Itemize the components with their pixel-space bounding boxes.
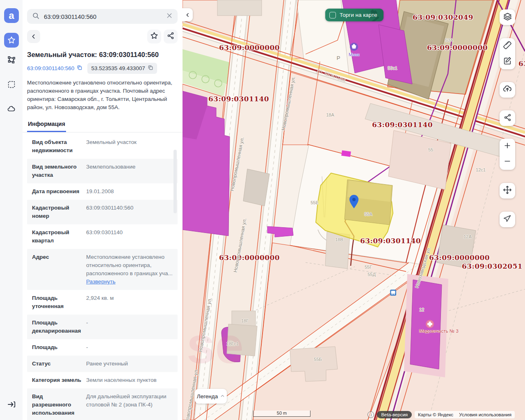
row-label: Кадастровый номер bbox=[32, 204, 86, 220]
search-input[interactable] bbox=[44, 13, 162, 20]
move-icon bbox=[503, 185, 512, 196]
table-row: Категория земельЗемли населенных пунктов bbox=[27, 372, 178, 388]
sidebar-item-polygon[interactable] bbox=[4, 52, 19, 67]
edit-button[interactable] bbox=[500, 54, 515, 69]
share-button[interactable] bbox=[164, 30, 178, 43]
table-row: СтатусРанее учтенный bbox=[27, 356, 178, 372]
row-label: Статус bbox=[32, 360, 86, 368]
terms-link[interactable]: Условия использования bbox=[459, 412, 511, 417]
back-button[interactable] bbox=[27, 30, 40, 43]
info-panel: Земельный участок: 63:09:0301140:560 63:… bbox=[23, 0, 183, 420]
map-base-layer bbox=[183, 0, 525, 420]
table-row: Вид земельного участкаЗемлепользование bbox=[27, 159, 178, 183]
legend-button[interactable]: Легенда bbox=[195, 389, 227, 404]
row-label: Кадастровый квартал bbox=[32, 228, 86, 245]
collapse-panel-button[interactable] bbox=[183, 8, 193, 21]
sidebar-item-select-region[interactable] bbox=[4, 77, 19, 92]
location-description: Местоположение установлено относительно … bbox=[27, 79, 177, 112]
row-label: Вид земельного участка bbox=[32, 163, 86, 179]
row-value: Землепользование bbox=[86, 163, 175, 179]
pan-button[interactable] bbox=[500, 183, 515, 199]
navigation-arrow-icon bbox=[503, 215, 511, 224]
measure-edit-control bbox=[500, 38, 515, 69]
layers-icon bbox=[503, 12, 512, 23]
table-row: Кадастровый номер63:09:0301140:560 bbox=[27, 200, 178, 224]
row-label: Вид объекта недвижимости bbox=[32, 138, 86, 155]
panel-scrollbar[interactable] bbox=[173, 150, 177, 213]
row-value: 19.01.2008 bbox=[86, 187, 175, 196]
row-value: 2,924 кв. м bbox=[86, 294, 175, 310]
table-row: Вид объекта недвижимостиЗемельный участо… bbox=[27, 134, 178, 159]
polygon-icon bbox=[7, 55, 16, 65]
edit-icon bbox=[503, 56, 512, 67]
search-bar[interactable] bbox=[27, 9, 178, 24]
table-row: Площадь уточненная2,924 кв. м bbox=[27, 290, 178, 315]
layers-control bbox=[500, 9, 515, 25]
row-label: Площадь уточненная bbox=[32, 294, 86, 310]
zoom-out-button[interactable] bbox=[500, 154, 515, 170]
copy-icon[interactable] bbox=[148, 65, 153, 72]
beta-badge: Beta-версия bbox=[377, 411, 412, 418]
row-value: Местоположение установлено относительно … bbox=[86, 253, 175, 286]
upload-control bbox=[500, 82, 515, 98]
tab-bar: Информация bbox=[23, 118, 183, 132]
cadastral-number-chip[interactable]: 63:09:0301140:560 bbox=[27, 65, 82, 72]
page-title: Земельный участок: 63:09:0301140:560 bbox=[27, 51, 178, 59]
share-map-button[interactable] bbox=[500, 110, 515, 126]
row-label: Категория земель bbox=[32, 376, 86, 384]
row-value: Ранее учтенный bbox=[86, 360, 175, 368]
clear-search-icon[interactable] bbox=[166, 12, 173, 21]
info-table: Вид объекта недвижимостиЗемельный участо… bbox=[23, 134, 183, 420]
copy-icon[interactable] bbox=[77, 65, 82, 72]
row-value: Земельный участок bbox=[86, 138, 175, 155]
row-value: Земли населенных пунктов bbox=[86, 376, 175, 384]
upload-button[interactable] bbox=[500, 82, 515, 98]
favorite-button[interactable] bbox=[147, 30, 161, 43]
coordinates-chip[interactable]: 53.523535 49.433007 bbox=[87, 63, 157, 74]
row-value: 63:09:0301140 bbox=[86, 228, 175, 245]
locate-button[interactable] bbox=[500, 212, 515, 227]
map-canvas[interactable]: se 63:09:030204963:09:000000063:09:00000… bbox=[183, 0, 525, 420]
star-icon bbox=[7, 36, 16, 45]
share-icon bbox=[503, 113, 512, 123]
app-logo[interactable]: a bbox=[4, 8, 19, 23]
layers-button[interactable] bbox=[500, 9, 515, 25]
expand-address-link[interactable]: Развернуть bbox=[86, 278, 116, 285]
row-label: Адрес bbox=[32, 253, 86, 286]
tab-information[interactable]: Информация bbox=[27, 118, 66, 132]
cloud-icon bbox=[7, 104, 16, 114]
checkbox-icon[interactable] bbox=[329, 12, 336, 18]
row-label: Площадь bbox=[32, 343, 86, 352]
minus-icon bbox=[503, 157, 511, 167]
info-icon[interactable]: i bbox=[368, 411, 374, 418]
share-map-control bbox=[500, 110, 515, 126]
chevron-up-icon bbox=[220, 393, 225, 399]
table-row: Площадь декларированная- bbox=[27, 315, 178, 339]
locate-control bbox=[500, 212, 515, 227]
trades-on-map-toggle[interactable]: Торги на карте bbox=[325, 9, 383, 21]
app-window: a bbox=[0, 0, 525, 420]
zoom-in-button[interactable] bbox=[500, 139, 515, 154]
row-label: Дата присвоения bbox=[32, 187, 86, 196]
plus-icon bbox=[503, 142, 511, 151]
table-row: АдресМестоположение установлено относите… bbox=[27, 249, 178, 290]
row-value: - bbox=[86, 319, 175, 335]
row-value: Для дальнейшей эксплуатации столовой № 2… bbox=[86, 393, 175, 417]
attribution: Карты © Яндекс Условия использования bbox=[415, 411, 515, 418]
row-label: Вид разрешенного использования bbox=[32, 393, 86, 417]
sign-out-button[interactable] bbox=[4, 397, 19, 412]
ruler-icon bbox=[503, 41, 512, 51]
sidebar-item-favorites[interactable] bbox=[4, 33, 19, 48]
table-row: Дата присвоения19.01.2008 bbox=[27, 183, 178, 200]
sidebar-item-cloud[interactable] bbox=[4, 102, 19, 116]
row-label: Площадь декларированная bbox=[32, 319, 86, 335]
table-row: Кадастровый квартал63:09:0301140 bbox=[27, 224, 178, 249]
share-icon bbox=[167, 32, 175, 41]
sign-out-icon bbox=[7, 399, 16, 409]
row-value: - bbox=[86, 343, 175, 352]
zoom-control bbox=[500, 139, 515, 170]
pan-control bbox=[500, 183, 515, 199]
ruler-button[interactable] bbox=[500, 38, 515, 54]
left-icon-rail: a bbox=[0, 0, 23, 420]
maps-copyright: Карты © Яндекс bbox=[418, 412, 453, 417]
